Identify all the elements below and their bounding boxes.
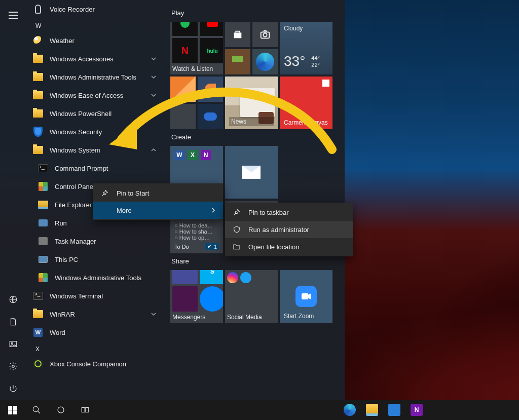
app-windows-terminal[interactable]: Windows Terminal: [26, 287, 161, 305]
word-icon: W: [33, 328, 43, 337]
microphone-icon: [35, 5, 41, 14]
folder-icon: [33, 310, 43, 318]
folder-icon: [33, 91, 43, 99]
gear-icon: [9, 362, 18, 371]
admin-tools-icon: [39, 273, 48, 282]
tile-weather[interactable]: Cloudy 33° 44°22°: [280, 22, 332, 74]
rail-user-button[interactable]: [1, 288, 25, 311]
excel-badge-icon: X: [188, 150, 198, 160]
taskbar-app-edge[interactable]: [339, 400, 361, 420]
ctx-pin-to-taskbar[interactable]: Pin to taskbar: [225, 204, 353, 221]
onenote-badge-icon: N: [201, 150, 211, 160]
chevron-down-icon: [151, 92, 157, 99]
taskbar-app-onenote[interactable]: N: [405, 400, 428, 420]
taskbar-start-button[interactable]: [0, 400, 24, 420]
tile-edge[interactable]: [252, 49, 278, 74]
app-voice-recorder[interactable]: Voice Recorder: [26, 0, 161, 18]
ctx-open-file-location[interactable]: Open file location: [225, 238, 353, 255]
ctx-run-as-administrator[interactable]: Run as administrator: [225, 221, 353, 238]
app-windows-system[interactable]: Windows System: [26, 141, 161, 159]
onenote-icon: N: [411, 404, 423, 416]
app-word[interactable]: W Word: [26, 323, 161, 341]
app-windows-ease-of-access[interactable]: Windows Ease of Access: [26, 86, 161, 104]
canvas-icon: [322, 80, 329, 87]
app-windows-powershell[interactable]: Windows PowerShell: [26, 104, 161, 123]
taskbar-taskview-button[interactable]: [73, 400, 97, 420]
twitter-icon: [240, 272, 251, 283]
terminal-icon: [33, 292, 43, 300]
tile-blender[interactable]: [198, 77, 223, 102]
taskbar-app-your-phone[interactable]: [383, 400, 405, 420]
app-winrar[interactable]: WinRAR: [26, 305, 161, 323]
tile-ps-remote-play[interactable]: [198, 104, 223, 129]
tile-affinity[interactable]: [170, 77, 196, 102]
taskbar-cortana-button[interactable]: [49, 400, 73, 420]
app-task-manager[interactable]: Task Manager: [26, 232, 161, 250]
tile-mail[interactable]: [225, 146, 278, 199]
app-this-pc[interactable]: This PC: [26, 250, 161, 269]
youtube-icon: [207, 22, 218, 27]
tile-store[interactable]: [225, 22, 250, 47]
group-header-share[interactable]: Share: [171, 257, 345, 265]
instagram-icon: [227, 272, 238, 283]
svg-rect-11: [86, 408, 89, 412]
svg-point-6: [263, 33, 267, 36]
minecraft-icon: [232, 56, 243, 67]
file-explorer-icon: [38, 201, 48, 209]
tile-minecraft[interactable]: [225, 49, 250, 74]
folder-outline-icon: [232, 243, 241, 251]
app-xbox-companion[interactable]: Xbox Console Companion: [26, 355, 161, 373]
letter-header-w[interactable]: W: [26, 18, 161, 31]
camera-icon: [260, 29, 271, 40]
rail-pictures-button[interactable]: [1, 333, 25, 355]
word-badge-icon: W: [174, 150, 184, 160]
svg-point-8: [33, 406, 39, 412]
context-menu: Pin to Start More: [93, 183, 223, 220]
svg-rect-4: [234, 32, 242, 38]
app-command-prompt[interactable]: Command Prompt: [26, 159, 161, 177]
tile-carmen-canvas[interactable]: Carmen Canvas: [280, 77, 332, 129]
taskbar: N: [0, 400, 519, 420]
zoom-icon: [295, 286, 317, 307]
app-weather[interactable]: Weather: [26, 31, 161, 50]
tile-watch-listen[interactable]: N hulu Watch & Listen: [170, 22, 223, 74]
letter-header-x[interactable]: X: [26, 341, 161, 355]
tile-zoom[interactable]: Start Zoom: [280, 270, 332, 323]
tile-empty-1[interactable]: [170, 104, 196, 129]
folder-icon: [33, 73, 43, 81]
taskbar-search-button[interactable]: [24, 400, 49, 420]
tile-social-media[interactable]: Social Media: [225, 270, 278, 323]
search-icon: [32, 405, 41, 414]
tile-news[interactable]: News: [225, 77, 278, 129]
taskbar-app-file-explorer[interactable]: [361, 400, 383, 420]
chevron-down-icon: [151, 110, 157, 118]
windows-logo-icon: [8, 406, 17, 414]
app-windows-security[interactable]: Windows Security: [26, 123, 161, 141]
start-expand-button[interactable]: [1, 4, 25, 26]
app-windows-admin-tools[interactable]: Windows Administrative Tools: [26, 68, 161, 86]
skype-icon: S: [200, 270, 223, 284]
rail-documents-button[interactable]: [1, 311, 25, 333]
group-header-play[interactable]: Play: [171, 9, 345, 17]
playstation-icon: [204, 112, 217, 121]
xbox-icon: [33, 359, 43, 368]
tile-messengers[interactable]: S Messengers: [170, 270, 223, 323]
spotify-icon: [180, 22, 190, 28]
app-windows-accessories[interactable]: Windows Accessories: [26, 50, 161, 68]
ctx-pin-to-start[interactable]: Pin to Start: [93, 184, 223, 202]
rail-settings-button[interactable]: [1, 355, 25, 377]
pin-icon: [232, 208, 241, 216]
chevron-down-icon: [151, 55, 157, 63]
tile-camera[interactable]: [252, 22, 278, 47]
command-prompt-icon: [38, 164, 48, 172]
admin-shield-icon: [232, 225, 241, 234]
svg-point-3: [12, 365, 15, 368]
app-windows-admin-tools-sub[interactable]: Windows Administrative Tools: [26, 269, 161, 287]
shield-icon: [33, 127, 43, 137]
edge-icon: [256, 53, 274, 71]
rail-power-button[interactable]: [1, 377, 25, 400]
ctx-more[interactable]: More: [93, 202, 223, 219]
group-header-create[interactable]: Create: [171, 133, 345, 141]
run-icon: [39, 219, 48, 226]
document-icon: [9, 317, 18, 326]
